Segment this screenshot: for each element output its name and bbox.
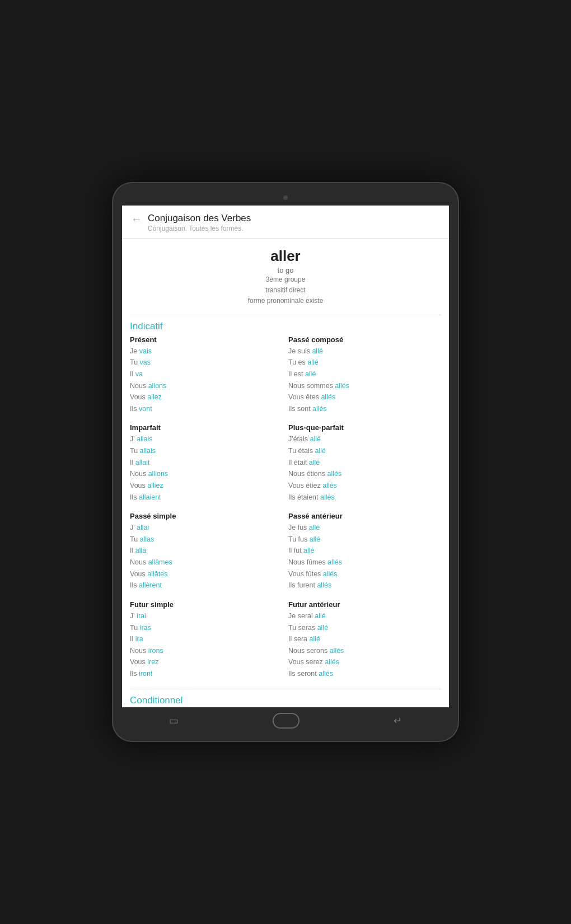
conj-il-allait: Il allait bbox=[130, 457, 283, 469]
toolbar: ← Conjugaison des Verbes Conjugaison. To… bbox=[122, 206, 449, 239]
tense-present-title: Présent bbox=[130, 335, 283, 344]
conj-vous-futes-alles: Vous fûtes allés bbox=[288, 568, 441, 580]
conj-j-etais-alle: J'étais allé bbox=[288, 433, 441, 445]
conj-vous-allates: Vous allâtes bbox=[130, 568, 283, 580]
conj-tu-es-alle: Tu es allé bbox=[288, 357, 441, 368]
tense-present: Présent Je vais Tu vas Il va Nous allons… bbox=[130, 335, 283, 415]
conj-vous-etiez-alles: Vous étiez allés bbox=[288, 480, 441, 492]
conj-je-serai-alle: Je serai allé bbox=[288, 610, 441, 622]
conj-nous-etions-alles: Nous étions allés bbox=[288, 468, 441, 480]
conj-je-suis-alle: Je suis allé bbox=[288, 346, 441, 357]
toolbar-title: Conjugaison des Verbes bbox=[148, 212, 440, 225]
conj-j-irai: J' irai bbox=[130, 610, 283, 622]
back-nav-button[interactable]: ↵ bbox=[394, 715, 402, 727]
conj-ils-sont-alles: Ils sont allés bbox=[288, 403, 441, 415]
tense-passe-anterieur-title: Passé antérieur bbox=[288, 512, 441, 520]
indicatif-tense-grid-1: Présent Je vais Tu vas Il va Nous allons… bbox=[130, 335, 441, 422]
tense-passe-compose: Passé composé Je suis allé Tu es allé Il… bbox=[288, 335, 441, 415]
conj-ils-vont: Ils vont bbox=[130, 403, 283, 415]
conj-tu-iras: Tu iras bbox=[130, 622, 283, 634]
conj-ils-seront-alles: Ils seront allés bbox=[288, 668, 441, 680]
conj-il-etait-alle: Il était allé bbox=[288, 457, 441, 469]
verb-translation: to go bbox=[130, 266, 441, 274]
conj-vous-allez: Vous allez bbox=[130, 391, 283, 403]
verb-form: forme pronominale existe bbox=[130, 296, 441, 306]
conj-tu-seras-alle: Tu seras allé bbox=[288, 622, 441, 634]
conj-nous-allions: Nous allions bbox=[130, 468, 283, 480]
recent-apps-button[interactable]: ▭ bbox=[169, 715, 179, 727]
home-button[interactable] bbox=[273, 713, 299, 729]
tense-passe-simple: Passé simple J' allai Tu allas Il alla N… bbox=[130, 512, 283, 591]
conj-nous-sommes-alles: Nous sommes allés bbox=[288, 380, 441, 392]
conj-vous-irez: Vous irez bbox=[130, 656, 283, 668]
conj-ils-allerent: Ils allèrent bbox=[130, 580, 283, 591]
indicatif-tense-grid-3: Passé simple J' allai Tu allas Il alla N… bbox=[130, 512, 441, 598]
toolbar-text: Conjugaison des Verbes Conjugaison. Tout… bbox=[148, 212, 440, 232]
conj-tu-allais: Tu allais bbox=[130, 445, 283, 457]
conj-il-ira: Il ira bbox=[130, 633, 283, 645]
conj-il-sera-alle: Il sera allé bbox=[288, 633, 441, 645]
tense-imparfait: Imparfait J' allais Tu allais Il allait … bbox=[130, 423, 283, 503]
tense-passe-simple-title: Passé simple bbox=[130, 512, 283, 520]
verb-title: aller bbox=[130, 248, 441, 265]
conj-tu-vas: Tu vas bbox=[130, 357, 283, 368]
conj-ils-furent-alles: Ils furent allés bbox=[288, 580, 441, 591]
conj-il-fut-alle: Il fut allé bbox=[288, 545, 441, 557]
conj-nous-serons-alles: Nous serons allés bbox=[288, 645, 441, 657]
conj-nous-allames: Nous allâmes bbox=[130, 557, 283, 568]
tense-passe-compose-title: Passé composé bbox=[288, 335, 441, 344]
conj-je-vais: Je vais bbox=[130, 346, 283, 357]
conj-vous-alliez: Vous alliez bbox=[130, 480, 283, 492]
device-top bbox=[122, 192, 449, 206]
conj-tu-etais-alle: Tu étais allé bbox=[288, 445, 441, 457]
indicatif-tense-grid-4: Futur simple J' irai Tu iras Il ira Nous… bbox=[130, 600, 441, 687]
main-content: aller to go 3ème groupe transitif direct… bbox=[122, 239, 449, 707]
conj-ils-allaient: Ils allaient bbox=[130, 492, 283, 503]
tense-futur-anterieur-title: Futur antérieur bbox=[288, 600, 441, 609]
conj-tu-allas: Tu allas bbox=[130, 534, 283, 545]
tense-futur-anterieur: Futur antérieur Je serai allé Tu seras a… bbox=[288, 600, 441, 680]
conditionnel-header: Conditionnel bbox=[130, 689, 441, 707]
verb-group: 3ème groupe bbox=[130, 274, 441, 285]
tense-futur-simple-title: Futur simple bbox=[130, 600, 283, 609]
indicatif-tense-grid-2: Imparfait J' allais Tu allais Il allait … bbox=[130, 423, 441, 510]
tense-plus-que-parfait: Plus-que-parfait J'étais allé Tu étais a… bbox=[288, 423, 441, 503]
tense-plus-que-parfait-title: Plus-que-parfait bbox=[288, 423, 441, 432]
device-bottom-nav: ▭ ↵ bbox=[122, 707, 449, 732]
conj-j-allais: J' allais bbox=[130, 433, 283, 445]
back-button[interactable]: ← bbox=[131, 213, 142, 225]
conj-ils-iront: Ils iront bbox=[130, 668, 283, 680]
conj-vous-etes-alles: Vous êtes allés bbox=[288, 391, 441, 403]
conj-j-allai: J' allai bbox=[130, 522, 283, 534]
conj-nous-irons: Nous irons bbox=[130, 645, 283, 657]
indicatif-header: Indicatif bbox=[130, 315, 441, 335]
device: ← Conjugaison des Verbes Conjugaison. To… bbox=[112, 182, 459, 742]
conj-je-fus-alle: Je fus allé bbox=[288, 522, 441, 534]
camera bbox=[283, 195, 288, 200]
conj-tu-fus-alle: Tu fus allé bbox=[288, 534, 441, 545]
conj-il-alla: Il alla bbox=[130, 545, 283, 557]
conj-il-est-alle: Il est allé bbox=[288, 368, 441, 380]
screen: ← Conjugaison des Verbes Conjugaison. To… bbox=[122, 206, 449, 707]
conj-ils-etaient-alles: Ils étaient allés bbox=[288, 492, 441, 503]
conj-vous-serez-alles: Vous serez allés bbox=[288, 656, 441, 668]
conj-nous-allons: Nous allons bbox=[130, 380, 283, 392]
tense-passe-anterieur: Passé antérieur Je fus allé Tu fus allé … bbox=[288, 512, 441, 591]
conj-il-va: Il va bbox=[130, 368, 283, 380]
verb-header: aller to go 3ème groupe transitif direct… bbox=[130, 239, 441, 312]
tense-imparfait-title: Imparfait bbox=[130, 423, 283, 432]
tense-futur-simple: Futur simple J' irai Tu iras Il ira Nous… bbox=[130, 600, 283, 680]
conj-nous-fumes-alles: Nous fûmes allés bbox=[288, 557, 441, 568]
toolbar-subtitle: Conjugaison. Toutes les formes. bbox=[148, 225, 440, 232]
verb-type: transitif direct bbox=[130, 285, 441, 296]
